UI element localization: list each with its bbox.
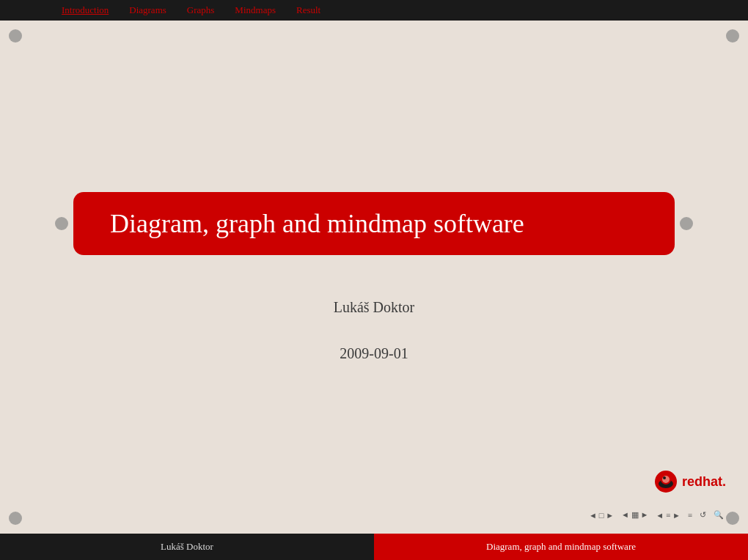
- top-navigation: Introduction Diagrams Graphs Mindmaps Re…: [0, 0, 748, 21]
- nav-back-button[interactable]: ◄ □ ►: [587, 510, 616, 520]
- redhat-logo: redhat.: [654, 470, 726, 493]
- svg-point-3: [662, 476, 670, 483]
- title-box: Diagram, graph and mindmap software: [73, 192, 675, 255]
- nav-item-graphs[interactable]: Graphs: [184, 3, 218, 18]
- nav-return[interactable]: ↺: [697, 509, 708, 520]
- slide-title: Diagram, graph and mindmap software: [110, 209, 524, 238]
- bottom-bar: Lukáš Doktor Diagram, graph and mindmap …: [0, 534, 748, 560]
- nav-search[interactable]: 🔍: [711, 509, 726, 520]
- nav-subsection-back[interactable]: ◄ ≡ ►: [653, 510, 682, 520]
- slide-author: Lukáš Doktor: [334, 299, 415, 316]
- svg-point-4: [663, 476, 666, 479]
- corner-decoration-tr: [726, 29, 739, 43]
- bottom-title: Diagram, graph and mindmap software: [374, 534, 748, 560]
- nav-item-mindmaps[interactable]: Mindmaps: [232, 3, 279, 18]
- nav-align[interactable]: ≡: [686, 510, 694, 520]
- nav-section-back[interactable]: ◄ ▦ ►: [619, 509, 650, 520]
- slide-date: 2009-09-01: [340, 345, 408, 362]
- slide-nav-controls[interactable]: ◄ □ ► ◄ ▦ ► ◄ ≡ ► ≡ ↺ 🔍: [587, 509, 726, 520]
- bottom-author: Lukáš Doktor: [0, 541, 374, 553]
- corner-decoration-bl: [9, 512, 22, 525]
- nav-item-diagrams[interactable]: Diagrams: [126, 3, 169, 18]
- slide-area: Diagram, graph and mindmap software Luká…: [0, 21, 748, 534]
- redhat-label: redhat.: [682, 474, 726, 490]
- redhat-icon: [654, 470, 678, 493]
- corner-decoration-br: [726, 512, 739, 525]
- nav-item-result[interactable]: Result: [293, 3, 323, 18]
- nav-item-introduction[interactable]: Introduction: [59, 3, 111, 18]
- corner-decoration-tl: [9, 29, 22, 43]
